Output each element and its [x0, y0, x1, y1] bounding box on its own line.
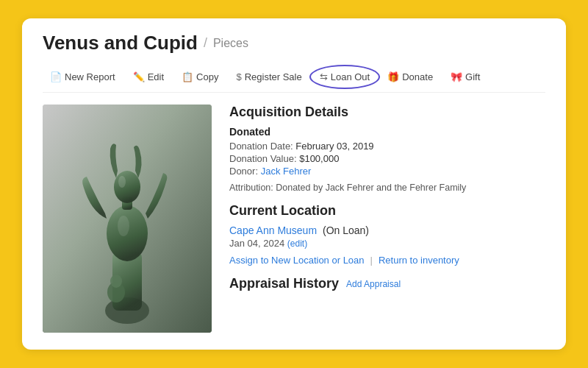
loan-icon: ⇆: [320, 71, 328, 82]
loan-out-label: Loan Out: [331, 71, 370, 82]
donation-value-line: Donation Value: $100,000: [229, 153, 545, 164]
new-report-button[interactable]: 📄 New Report: [43, 68, 123, 86]
location-status: (On Loan): [323, 224, 369, 236]
donor-link[interactable]: Jack Fehrer: [261, 166, 312, 177]
location-link[interactable]: Cape Ann Museum: [229, 224, 317, 236]
copy-icon: 📋: [182, 71, 193, 82]
register-sale-button[interactable]: $ Register Sale: [229, 68, 309, 86]
add-appraisal-link[interactable]: Add Appraisal: [346, 279, 401, 289]
attribution-text: Attribution: Donated by Jack Fehrer and …: [229, 183, 545, 193]
svg-point-7: [110, 275, 122, 288]
location-edit-link[interactable]: (edit): [287, 238, 307, 249]
statue-svg: [43, 105, 212, 333]
edit-label: Edit: [148, 71, 164, 82]
page-title: Venus and Cupid: [43, 32, 198, 54]
location-date: Jan 04, 2024 (edit): [229, 238, 545, 249]
donation-value-value: $100,000: [299, 153, 339, 164]
donation-value-label: Donation Value:: [229, 153, 297, 164]
donation-date-label: Donation Date:: [229, 141, 293, 152]
location-section-title: Current Location: [229, 203, 545, 219]
donation-date-line: Donation Date: February 03, 2019: [229, 141, 545, 152]
svg-point-8: [118, 176, 126, 188]
new-report-label: New Report: [65, 71, 115, 82]
gift-label: Gift: [465, 71, 480, 82]
acquisition-type: Donated: [229, 126, 545, 138]
dollar-icon: $: [236, 71, 241, 82]
donate-button[interactable]: 🎁 Donate: [380, 68, 440, 86]
edit-icon: ✏️: [133, 71, 145, 82]
breadcrumb-separator: /: [204, 35, 207, 51]
breadcrumb-sub: Pieces: [213, 37, 248, 50]
appraisal-header: Appraisal History Add Appraisal: [229, 276, 545, 291]
toolbar: 📄 New Report ✏️ Edit 📋 Copy $ Register S…: [43, 62, 545, 93]
donor-line: Donor: Jack Fehrer: [229, 166, 545, 177]
svg-point-9: [118, 216, 129, 236]
breadcrumb: Venus and Cupid / Pieces: [43, 32, 545, 54]
action-links: Assign to New Location or Loan | Return …: [229, 255, 545, 266]
details-panel: Acquisition Details Donated Donation Dat…: [229, 105, 545, 339]
card-body: Acquisition Details Donated Donation Dat…: [22, 93, 566, 350]
register-sale-label: Register Sale: [245, 71, 302, 82]
donate-label: Donate: [402, 71, 433, 82]
report-icon: 📄: [50, 71, 62, 82]
acquisition-section-title: Acquisition Details: [229, 105, 545, 120]
assign-location-link[interactable]: Assign to New Location or Loan: [229, 255, 365, 266]
appraisal-section-title: Appraisal History: [229, 276, 339, 291]
gift-icon: 🎀: [451, 71, 462, 82]
main-card: Venus and Cupid / Pieces 📄 New Report ✏️…: [22, 18, 566, 350]
location-date-value: Jan 04, 2024: [229, 238, 284, 249]
return-inventory-link[interactable]: Return to inventory: [379, 255, 459, 266]
location-name: Cape Ann Museum (On Loan): [229, 224, 545, 236]
donate-icon: 🎁: [387, 71, 399, 82]
gift-button[interactable]: 🎀 Gift: [443, 68, 487, 86]
copy-button[interactable]: 📋 Copy: [174, 68, 226, 86]
copy-label: Copy: [196, 71, 218, 82]
svg-point-5: [114, 171, 140, 203]
donor-label: Donor:: [229, 166, 258, 177]
edit-button[interactable]: ✏️ Edit: [126, 68, 171, 86]
card-header: Venus and Cupid / Pieces 📄 New Report ✏️…: [22, 18, 566, 93]
loan-out-button[interactable]: ⇆ Loan Out: [312, 68, 378, 86]
pipe-separator: |: [370, 255, 373, 266]
donation-date-value: February 03, 2019: [295, 141, 373, 152]
artwork-image: [43, 105, 212, 333]
